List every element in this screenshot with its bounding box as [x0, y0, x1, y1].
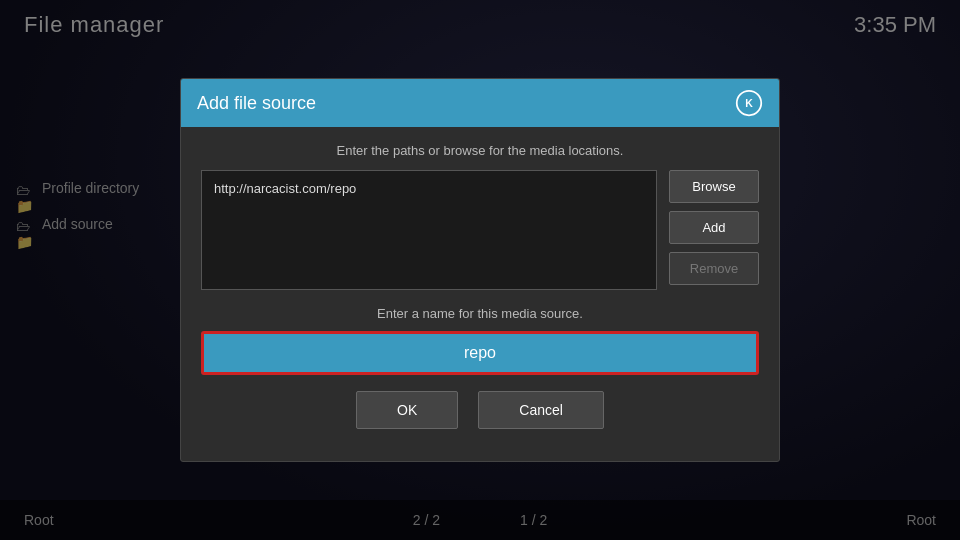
source-list-box[interactable]: http://narcacist.com/repo: [201, 170, 657, 290]
cancel-button[interactable]: Cancel: [478, 391, 604, 429]
name-label: Enter a name for this media source.: [201, 306, 759, 321]
source-url-item: http://narcacist.com/repo: [210, 179, 648, 198]
modal-overlay: Add file source K Enter the paths or bro…: [0, 0, 960, 540]
kodi-logo: K: [735, 89, 763, 117]
dialog: Add file source K Enter the paths or bro…: [180, 78, 780, 462]
dialog-body: Enter the paths or browse for the media …: [181, 127, 779, 461]
dialog-footer: OK Cancel: [201, 391, 759, 445]
dialog-header: Add file source K: [181, 79, 779, 127]
ok-button[interactable]: OK: [356, 391, 458, 429]
add-button[interactable]: Add: [669, 211, 759, 244]
dialog-title: Add file source: [197, 93, 316, 114]
name-input[interactable]: [204, 334, 756, 372]
source-buttons: Browse Add Remove: [669, 170, 759, 290]
remove-button[interactable]: Remove: [669, 252, 759, 285]
browse-button[interactable]: Browse: [669, 170, 759, 203]
dialog-subtitle: Enter the paths or browse for the media …: [201, 143, 759, 158]
svg-text:K: K: [745, 97, 753, 109]
source-row: http://narcacist.com/repo Browse Add Rem…: [201, 170, 759, 290]
name-input-wrapper: [201, 331, 759, 375]
